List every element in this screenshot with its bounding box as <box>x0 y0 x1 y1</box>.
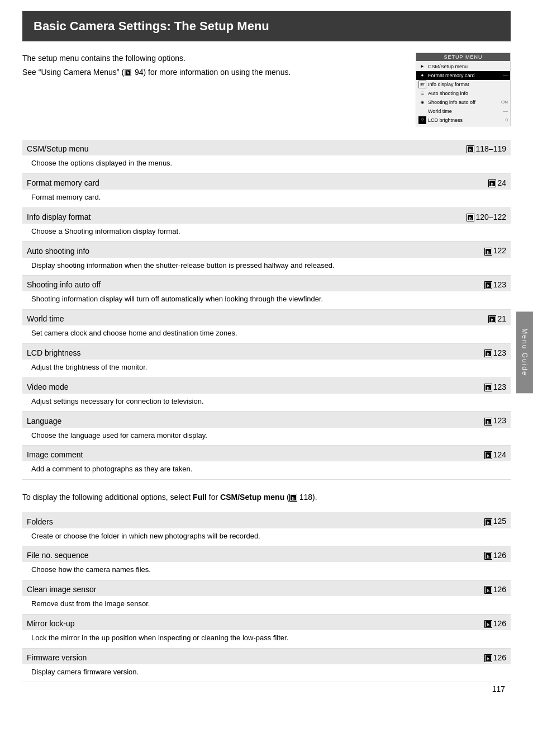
entry-title-clean-sensor: Clean image sensor <box>27 585 97 594</box>
entry-header-folders: Folders ћ125 <box>22 512 511 528</box>
entry-title-mirror-lock: Mirror lock-up <box>27 619 75 628</box>
menu-screenshot-item-5: ◉ Shooting info auto off ON <box>416 98 510 107</box>
additional-note: To display the following additional opti… <box>22 491 511 503</box>
menu-screenshot-item-4: ☰ Auto shooting info <box>416 89 510 98</box>
svg-text:ћ: ћ <box>487 454 489 458</box>
entry-clean-image-sensor: Clean image sensor ћ126 Remove dust from… <box>22 580 511 615</box>
entry-title-shooting-auto-off: Shooting info auto off <box>27 280 101 289</box>
eye-icon: ◉ <box>418 98 426 106</box>
entry-ref-image-comment: ћ124 <box>484 450 506 459</box>
entry-header-video-mode: Video mode ћ123 <box>22 378 511 394</box>
menu-screenshot-header: SETUP MENU <box>416 53 510 61</box>
entry-title-video-mode: Video mode <box>27 382 68 391</box>
entry-header-auto-shooting: Auto shooting info ћ122 <box>22 242 511 257</box>
entry-ref-world-time: ћ21 <box>488 314 506 323</box>
entry-title-world-time: World time <box>27 314 64 323</box>
intro-line1: The setup menu contains the following op… <box>22 53 404 64</box>
menu-screenshot-item-1: ► CSM/Setup menu <box>416 62 510 71</box>
entry-csm-setup-menu: CSM/Setup menu ћ118–119 Choose the optio… <box>22 140 511 174</box>
entry-firmware-version: Firmware version ћ126 Display camera fir… <box>22 649 511 683</box>
question-icon: ? <box>418 116 426 124</box>
entry-header-csm: CSM/Setup menu ћ118–119 <box>22 140 511 155</box>
entry-header-shooting-auto-off: Shooting info auto off ћ123 <box>22 276 511 291</box>
entry-header-firmware: Firmware version ћ126 <box>22 649 511 664</box>
entry-desc-shooting-auto-off: Shooting information display will turn o… <box>22 291 511 309</box>
entry-ref-video-mode: ћ123 <box>484 382 506 391</box>
svg-text:ћ: ћ <box>487 386 489 390</box>
svg-text:ћ: ћ <box>491 182 493 186</box>
entry-ref-auto-shooting: ћ122 <box>484 246 506 255</box>
entry-desc-language: Choose the language used for camera moni… <box>22 428 511 446</box>
entry-desc-world-time: Set camera clock and choose home and des… <box>22 325 511 343</box>
entry-ref-shooting-auto-off: ћ123 <box>484 280 506 289</box>
intro-section: The setup menu contains the following op… <box>22 53 511 126</box>
intro-text: The setup menu contains the following op… <box>22 53 416 81</box>
entry-header-image-comment: Image comment ћ124 <box>22 446 511 461</box>
entry-desc-video-mode: Adjust settings necessary for connection… <box>22 394 511 412</box>
entry-title-info-display: Info display format <box>27 212 91 221</box>
svg-text:ћ: ћ <box>491 318 493 322</box>
entry-language: Language ћ123 Choose the language used f… <box>22 412 511 446</box>
info-icon: inf <box>418 81 426 88</box>
entry-file-no-sequence: File no. sequence ћ126 Choose how the ca… <box>22 546 511 580</box>
page-title-box: Basic Camera Settings: The Setup Menu <box>22 11 511 41</box>
entry-header-lcd-brightness: LCD brightness ћ123 <box>22 344 511 360</box>
entry-title-format: Format memory card <box>27 178 99 187</box>
entry-ref-lcd-brightness: ћ123 <box>484 348 506 357</box>
svg-text:ћ: ћ <box>487 284 489 288</box>
entry-ref-info-display: ћ120–122 <box>467 212 506 221</box>
entry-ref-file-no: ћ126 <box>484 551 506 560</box>
entry-desc-firmware: Display camera firmware version. <box>22 664 511 682</box>
menu-screenshot-item-3: inf Info display format <box>416 80 510 89</box>
entry-title-csm: CSM/Setup menu <box>27 144 89 153</box>
svg-text:ћ: ћ <box>469 216 472 220</box>
clock-icon <box>418 107 426 115</box>
svg-text:ћ: ћ <box>469 148 472 152</box>
svg-text:ћ: ћ <box>487 623 489 627</box>
menu-screenshot: SETUP MENU ► CSM/Setup menu ● Format mem… <box>416 53 511 126</box>
side-tab: Menu Guide <box>516 311 533 393</box>
entry-title-auto-shooting: Auto shooting info <box>27 247 89 256</box>
entry-desc-clean-sensor: Remove dust from the image sensor. <box>22 596 511 614</box>
entry-ref-language: ћ123 <box>484 416 506 425</box>
entry-title-image-comment: Image comment <box>27 450 83 459</box>
entry-header-info-display: Info display format ћ120–122 <box>22 208 511 224</box>
bullet-icon: ● <box>418 72 426 79</box>
entry-desc-file-no: Choose how the camera names files. <box>22 562 511 580</box>
entry-header-file-no: File no. sequence ћ126 <box>22 546 511 562</box>
menu-screenshot-item-2: ● Format memory card –– <box>416 71 510 80</box>
entry-video-mode: Video mode ћ123 Adjust settings necessar… <box>22 378 511 412</box>
entry-info-display-format: Info display format ћ120–122 Choose a Sh… <box>22 208 511 242</box>
entry-header-language: Language ћ123 <box>22 412 511 427</box>
intro-line2: See “Using Camera Menus” (ћ 94) for more… <box>22 67 404 78</box>
svg-text:ћ: ћ <box>487 555 489 559</box>
entry-ref-firmware: ћ126 <box>484 653 506 662</box>
entry-title-language: Language <box>27 417 61 426</box>
entry-header-clean-sensor: Clean image sensor ћ126 <box>22 580 511 596</box>
entry-desc-format: Format memory card. <box>22 190 511 207</box>
entry-shooting-info-auto-off: Shooting info auto off ћ123 Shooting inf… <box>22 276 511 310</box>
entry-desc-folders: Create or choose the folder in which new… <box>22 528 511 546</box>
entry-header-format: Format memory card ћ24 <box>22 174 511 190</box>
entry-format-memory-card: Format memory card ћ24 Format memory car… <box>22 174 511 208</box>
svg-text:ћ: ћ <box>292 497 294 500</box>
entry-ref-folders: ћ125 <box>484 517 506 526</box>
page-title: Basic Camera Settings: The Setup Menu <box>34 19 499 34</box>
svg-text:ћ: ћ <box>487 521 489 525</box>
entry-world-time: World time ћ21 Set camera clock and choo… <box>22 310 511 344</box>
entry-image-comment: Image comment ћ124 Add a comment to phot… <box>22 446 511 480</box>
menu-screenshot-item-7: ? LCD brightness 0 <box>416 116 510 125</box>
entry-ref-mirror-lock: ћ126 <box>484 619 506 628</box>
menu-screenshot-body: ► CSM/Setup menu ● Format memory card ––… <box>416 61 510 126</box>
svg-text:ћ: ћ <box>487 250 489 254</box>
entry-desc-mirror-lock: Lock the mirror in the up position when … <box>22 630 511 648</box>
entry-title-file-no: File no. sequence <box>27 551 89 560</box>
entry-title-folders: Folders <box>27 517 53 526</box>
entry-desc-auto-shooting: Display shooting information when the sh… <box>22 258 511 276</box>
entry-header-world-time: World time ћ21 <box>22 310 511 325</box>
svg-text:ћ: ћ <box>487 656 489 660</box>
entry-desc-csm: Choose the options displayed in the menu… <box>22 155 511 173</box>
entry-title-firmware: Firmware version <box>27 653 87 662</box>
entry-desc-image-comment: Add a comment to photographs as they are… <box>22 461 511 479</box>
entry-folders: Folders ћ125 Create or choose the folder… <box>22 512 511 546</box>
